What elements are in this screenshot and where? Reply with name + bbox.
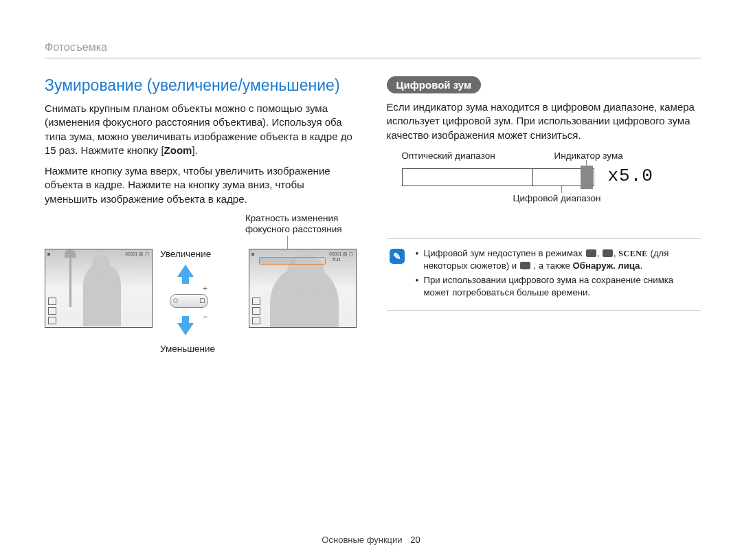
camera-screen-zoomed: ◙ 00001 ▥ ▢ [249, 249, 357, 328]
callout-ratio-line2: фокусного расстояния [245, 224, 342, 234]
zoom-range-diagram: Оптический диапазон Индикатор зума x5.0 … [402, 150, 663, 226]
note-item-1: Цифровой зум недоступен в режимах , , SC… [416, 247, 697, 272]
note1-period: . [640, 260, 642, 271]
scene-mode-label: SCENE [618, 249, 648, 258]
zoom-value: x5.0 [608, 166, 653, 186]
plus-icon: + [203, 284, 207, 293]
callout-zoom-in: Увеличение [160, 249, 211, 259]
label-zoom-indicator: Индикатор зума [554, 150, 623, 161]
note-box: ✎ Цифровой зум недоступен в режимах , , … [387, 238, 701, 311]
heading-zoom: Зумирование (увеличение/уменьшение) [45, 76, 359, 95]
camera-screen-wide: ◙ 00001 ▥ ▢ [45, 249, 153, 328]
mode-icon [586, 249, 596, 257]
arrow-down-icon [177, 323, 194, 335]
hud-small-icon [48, 298, 56, 305]
info-icon: ✎ [390, 249, 405, 264]
heading-digital-zoom: Цифровой зум [387, 76, 482, 93]
zoom-range-bar [402, 168, 594, 186]
zoom-indicator-mark [581, 166, 593, 189]
label-digital-range: Цифровой диапазон [513, 193, 601, 203]
hud-small-icon [252, 317, 260, 324]
arrow-up-icon [177, 265, 194, 277]
note-item-2: При использовании цифрового зума на сохр… [416, 274, 697, 299]
right-column: Цифровой зум Если индикатор зума находит… [387, 76, 701, 357]
mode-icon [603, 249, 613, 257]
footer-section: Основные функции [322, 535, 402, 545]
para-zoom-intro: Снимать крупным планом объекты можно с п… [45, 102, 359, 157]
hud-small-icon [48, 307, 56, 315]
face-detect-label: Обнаруж. лица [573, 260, 640, 271]
note1-end: , а также [533, 260, 572, 271]
breadcrumb: Фотосъемка [45, 41, 701, 58]
hud-right-icon: 00001 ▥ ▢ [125, 251, 150, 257]
left-column: Зумирование (увеличение/уменьшение) Сним… [45, 76, 359, 357]
note1-a: Цифровой зум недоступен в режимах [424, 248, 585, 258]
zoom-example-figure: Кратность изменения фокусного расстояния… [45, 213, 359, 357]
hud-small-icon [48, 317, 56, 324]
range-separator [532, 168, 534, 186]
para1-b: ]. [192, 144, 197, 156]
zoom-rocker-illustration [161, 285, 216, 317]
callout-zoom-out: Уменьшение [160, 344, 215, 354]
leader-line-icon [287, 236, 289, 250]
hud-icon: ◙ [47, 251, 50, 256]
leader-line-icon [586, 160, 587, 166]
leader-line-icon [561, 186, 562, 193]
minus-icon: − [203, 312, 207, 322]
footer: Основные функции 20 [0, 535, 742, 545]
zoom-bar-highlight [259, 257, 326, 265]
page-number: 20 [410, 535, 420, 545]
label-optical-range: Оптический диапазон [402, 150, 495, 161]
hud-icon: ◙ [251, 251, 254, 256]
hud-small-icon [252, 298, 260, 305]
mode-icon [520, 262, 530, 269]
callout-ratio-line1: Кратность изменения [245, 213, 338, 223]
para-digital-zoom: Если индикатор зума находится в цифровом… [387, 100, 701, 142]
zoom-key-label: Zoom [164, 144, 192, 156]
hud-small-icon [252, 307, 260, 315]
para-zoom-usage: Нажмите кнопку зума вверх, чтобы увеличи… [45, 164, 359, 206]
para1-a: Снимать крупным планом объекты можно с п… [45, 102, 352, 156]
